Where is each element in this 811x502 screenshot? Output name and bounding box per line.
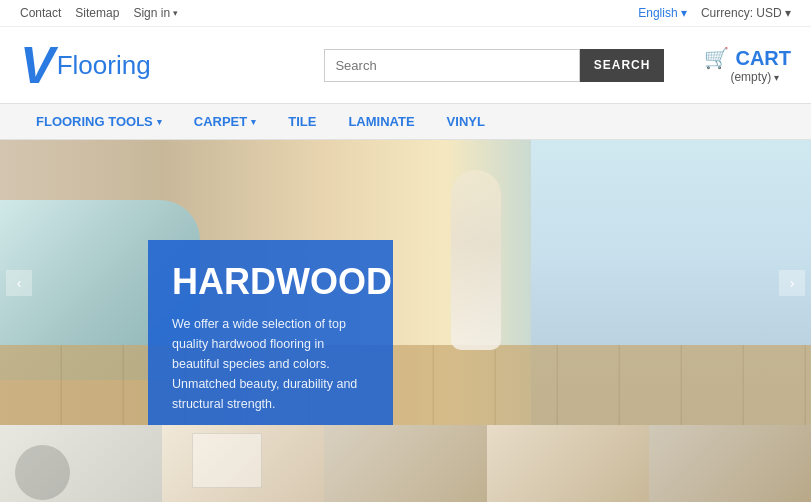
carpet-arrow: ▾ [251, 117, 256, 127]
hero-floor [0, 345, 811, 425]
cart-status: (empty) ▾ [730, 70, 779, 84]
flooring-tools-arrow: ▾ [157, 117, 162, 127]
thumbnail-1[interactable] [0, 425, 162, 502]
hero-text-box: HARDWOOD We offer a wide selection of to… [148, 240, 393, 425]
thumb-2-shape [192, 433, 262, 488]
cart-icon: 🛒 [704, 46, 729, 70]
thumbnail-4[interactable] [487, 425, 649, 502]
thumbnail-2[interactable] [162, 425, 324, 502]
hero-banner: ‹ › HARDWOOD We offer a wide selection o… [0, 140, 811, 425]
cart-label: CART [735, 47, 791, 70]
hero-description: We offer a wide selection of top quality… [172, 314, 369, 414]
search-input[interactable] [324, 49, 579, 82]
header: V Flooring SEARCH 🛒 CART (empty) ▾ [0, 27, 811, 103]
nav-item-laminate[interactable]: LAMINATE [332, 104, 430, 139]
sign-in-button[interactable]: Sign in ▾ [133, 6, 178, 20]
logo[interactable]: V Flooring [20, 39, 151, 91]
contact-link[interactable]: Contact [20, 6, 61, 20]
hero-next-button[interactable]: › [779, 270, 805, 296]
top-bar-right: English ▾ Currency: USD ▾ [638, 6, 791, 20]
hero-person [451, 170, 501, 350]
hero-title: HARDWOOD [172, 262, 369, 302]
sitemap-link[interactable]: Sitemap [75, 6, 119, 20]
main-nav: FLOORING TOOLS ▾ CARPET ▾ TILE LAMINATE … [0, 103, 811, 140]
thumbnail-5[interactable] [649, 425, 811, 502]
cart-dropdown-arrow: ▾ [774, 72, 779, 83]
thumb-1-shape [15, 445, 70, 500]
top-bar: Contact Sitemap Sign in ▾ English ▾ Curr… [0, 0, 811, 27]
nav-item-carpet[interactable]: CARPET ▾ [178, 104, 272, 139]
nav-item-tile[interactable]: TILE [272, 104, 332, 139]
sign-in-arrow: ▾ [173, 8, 178, 18]
thumbnail-3[interactable] [324, 425, 486, 502]
nav-item-vinyl[interactable]: VINYL [431, 104, 501, 139]
hero-prev-button[interactable]: ‹ [6, 270, 32, 296]
search-bar: SEARCH [324, 49, 664, 82]
cart-area[interactable]: 🛒 CART (empty) ▾ [704, 46, 791, 84]
top-bar-left: Contact Sitemap Sign in ▾ [20, 6, 178, 20]
thumbnail-strip [0, 425, 811, 502]
search-button[interactable]: SEARCH [580, 49, 665, 82]
language-selector[interactable]: English ▾ [638, 6, 687, 20]
cart-link[interactable]: 🛒 CART [704, 46, 791, 70]
logo-text: Flooring [57, 50, 151, 81]
logo-v: V [20, 39, 55, 91]
currency-selector[interactable]: Currency: USD ▾ [701, 6, 791, 20]
nav-item-flooring-tools[interactable]: FLOORING TOOLS ▾ [20, 104, 178, 139]
